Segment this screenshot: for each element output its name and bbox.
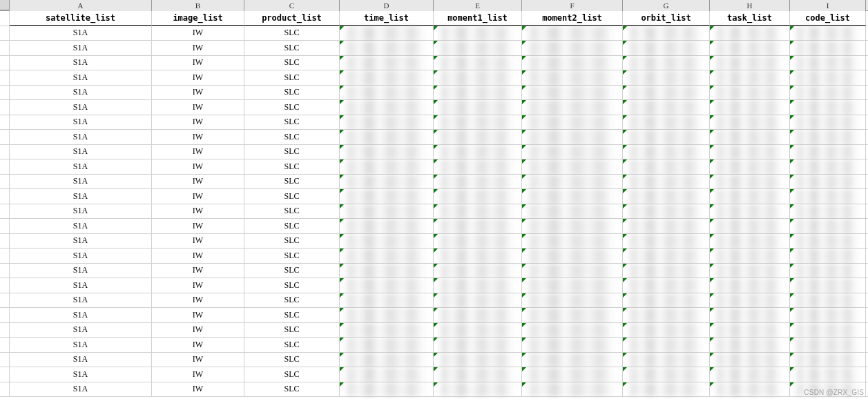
cell-blurred-I[interactable] (790, 86, 866, 100)
cell-blurred-H[interactable] (710, 323, 790, 338)
cell-blurred-I[interactable] (790, 115, 866, 130)
cell-blurred-D[interactable] (340, 175, 434, 189)
cell-blurred-H[interactable] (710, 338, 790, 352)
cell-blurred-I[interactable] (790, 26, 866, 41)
cell-blurred-G[interactable] (623, 353, 710, 367)
cell-blurred-E[interactable] (434, 26, 522, 41)
header-product[interactable]: product_list (244, 11, 340, 26)
cell-blurred-H[interactable] (710, 353, 790, 367)
col-header-C[interactable]: C (244, 0, 340, 11)
cell-blurred-G[interactable] (623, 278, 710, 293)
cell-satellite[interactable]: S1A (10, 159, 152, 174)
cell-blurred-F[interactable] (522, 234, 623, 249)
cell-blurred-G[interactable] (623, 70, 710, 85)
cell-image[interactable]: IW (152, 115, 244, 130)
cell-image[interactable]: IW (152, 249, 244, 263)
cell-blurred-E[interactable] (434, 115, 522, 130)
cell-blurred-F[interactable] (522, 130, 623, 144)
cell-satellite[interactable]: S1A (10, 249, 152, 263)
cell-satellite[interactable]: S1A (10, 264, 152, 278)
cell-satellite[interactable]: S1A (10, 234, 152, 249)
cell-satellite[interactable]: S1A (10, 338, 152, 352)
cell-blurred-E[interactable] (434, 41, 522, 55)
cell-image[interactable]: IW (152, 56, 244, 70)
cell-blurred-D[interactable] (340, 159, 434, 174)
cell-satellite[interactable]: S1A (10, 353, 152, 367)
cell-product[interactable]: SLC (244, 367, 340, 382)
cell-image[interactable]: IW (152, 323, 244, 338)
cell-blurred-F[interactable] (522, 56, 623, 70)
cell-image[interactable]: IW (152, 308, 244, 322)
cell-product[interactable]: SLC (244, 56, 340, 70)
cell-blurred-F[interactable] (522, 41, 623, 55)
cell-blurred-H[interactable] (710, 204, 790, 219)
cell-blurred-D[interactable] (340, 130, 434, 144)
cell-blurred-F[interactable] (522, 70, 623, 85)
cell-blurred-E[interactable] (434, 159, 522, 174)
cell-product[interactable]: SLC (244, 323, 340, 338)
cell-blurred-G[interactable] (623, 130, 710, 144)
cell-satellite[interactable]: S1A (10, 367, 152, 382)
cell-blurred-H[interactable] (710, 189, 790, 204)
cell-blurred-D[interactable] (340, 26, 434, 41)
cell-product[interactable]: SLC (244, 70, 340, 85)
cell-satellite[interactable]: S1A (10, 130, 152, 144)
cell-blurred-I[interactable] (790, 175, 866, 189)
cell-blurred-I[interactable] (790, 56, 866, 70)
cell-blurred-I[interactable] (790, 41, 866, 55)
cell-product[interactable]: SLC (244, 204, 340, 219)
cell-blurred-I[interactable] (790, 100, 866, 115)
cell-blurred-I[interactable] (790, 159, 866, 174)
header-moment1[interactable]: moment1_list (434, 11, 522, 26)
cell-blurred-F[interactable] (522, 204, 623, 219)
cell-blurred-G[interactable] (623, 145, 710, 159)
cell-blurred-I[interactable] (790, 130, 866, 144)
cell-blurred-H[interactable] (710, 219, 790, 233)
cell-blurred-F[interactable] (522, 308, 623, 322)
cell-product[interactable]: SLC (244, 249, 340, 263)
cell-image[interactable]: IW (152, 175, 244, 189)
cell-satellite[interactable]: S1A (10, 278, 152, 293)
cell-blurred-G[interactable] (623, 323, 710, 338)
cell-product[interactable]: SLC (244, 159, 340, 174)
cell-blurred-H[interactable] (710, 308, 790, 322)
cell-blurred-E[interactable] (434, 382, 522, 397)
cell-blurred-I[interactable] (790, 323, 866, 338)
header-orbit[interactable]: orbit_list (623, 11, 710, 26)
cell-blurred-F[interactable] (522, 382, 623, 397)
cell-blurred-E[interactable] (434, 70, 522, 85)
cell-blurred-F[interactable] (522, 293, 623, 308)
cell-blurred-G[interactable] (623, 100, 710, 115)
cell-image[interactable]: IW (152, 130, 244, 144)
cell-blurred-F[interactable] (522, 175, 623, 189)
cell-blurred-E[interactable] (434, 308, 522, 322)
cell-image[interactable]: IW (152, 145, 244, 159)
cell-blurred-E[interactable] (434, 145, 522, 159)
cell-blurred-H[interactable] (710, 70, 790, 85)
cell-blurred-I[interactable] (790, 367, 866, 382)
cell-blurred-D[interactable] (340, 293, 434, 308)
cell-satellite[interactable]: S1A (10, 219, 152, 233)
cell-blurred-E[interactable] (434, 367, 522, 382)
cell-image[interactable]: IW (152, 264, 244, 278)
cell-blurred-D[interactable] (340, 145, 434, 159)
cell-blurred-F[interactable] (522, 159, 623, 174)
cell-blurred-D[interactable] (340, 219, 434, 233)
cell-blurred-E[interactable] (434, 264, 522, 278)
cell-image[interactable]: IW (152, 219, 244, 233)
cell-blurred-I[interactable] (790, 338, 866, 352)
cell-blurred-D[interactable] (340, 382, 434, 397)
cell-blurred-E[interactable] (434, 100, 522, 115)
cell-blurred-D[interactable] (340, 234, 434, 249)
cell-blurred-G[interactable] (623, 115, 710, 130)
cell-blurred-D[interactable] (340, 41, 434, 55)
cell-blurred-D[interactable] (340, 100, 434, 115)
cell-blurred-D[interactable] (340, 115, 434, 130)
cell-blurred-G[interactable] (623, 338, 710, 352)
cell-blurred-H[interactable] (710, 293, 790, 308)
cell-blurred-F[interactable] (522, 86, 623, 100)
cell-blurred-H[interactable] (710, 382, 790, 397)
cell-blurred-D[interactable] (340, 70, 434, 85)
cell-blurred-I[interactable] (790, 353, 866, 367)
cell-blurred-H[interactable] (710, 145, 790, 159)
